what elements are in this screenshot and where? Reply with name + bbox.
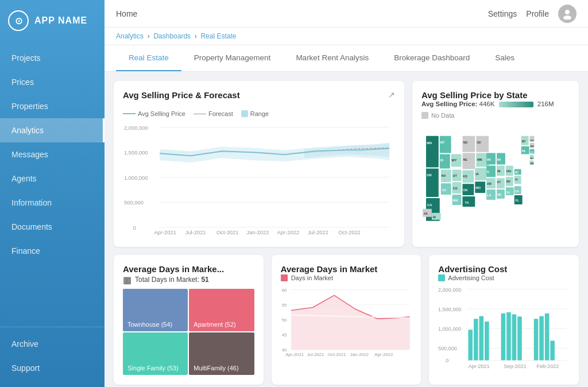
svg-text:KS: KS bbox=[463, 175, 467, 178]
svg-rect-150 bbox=[551, 340, 555, 360]
svg-text:MI: MI bbox=[497, 158, 501, 161]
svg-text:SC: SC bbox=[515, 178, 519, 181]
breadcrumb-dashboards[interactable]: Dashboards bbox=[153, 32, 191, 40]
svg-text:LA: LA bbox=[487, 194, 491, 197]
svg-text:MO: MO bbox=[475, 186, 481, 189]
logo-icon: ⊙ bbox=[8, 10, 29, 31]
svg-text:PA: PA bbox=[522, 150, 526, 153]
sidebar-item-projects[interactable]: Projects bbox=[0, 46, 105, 70]
avatar[interactable] bbox=[558, 5, 577, 23]
svg-text:IN: IN bbox=[497, 169, 501, 173]
sidebar-item-support[interactable]: Support bbox=[0, 356, 105, 380]
svg-rect-147 bbox=[534, 319, 539, 360]
svg-text:IA: IA bbox=[475, 172, 479, 176]
svg-text:2,000,000: 2,000,000 bbox=[438, 287, 461, 292]
svg-point-1 bbox=[563, 16, 571, 20]
sidebar-item-prices[interactable]: Prices bbox=[0, 70, 105, 94]
svg-text:NM: NM bbox=[453, 199, 458, 202]
svg-text:500,000: 500,000 bbox=[438, 346, 457, 351]
treemap-multifamily: MultiFamily (46) bbox=[189, 332, 254, 375]
expand-icon[interactable]: ↗ bbox=[388, 90, 395, 99]
us-map-svg: WA OR CA MT ID WY NV UT bbox=[421, 125, 570, 225]
svg-text:CA: CA bbox=[427, 203, 432, 207]
svg-text:TX: TX bbox=[465, 201, 469, 204]
svg-text:NC: NC bbox=[515, 171, 519, 174]
legend-range: Range bbox=[241, 110, 269, 117]
avg-days-treemap-card: Average Days in Marke... ▦ Total Days in… bbox=[114, 255, 264, 385]
svg-text:CT: CT bbox=[531, 151, 534, 154]
breadcrumb: Analytics › Dashboards › Real Estate bbox=[105, 28, 588, 45]
svg-rect-145 bbox=[512, 314, 517, 360]
legend-avg-selling: Avg Selling Price bbox=[123, 110, 185, 117]
svg-text:HI: HI bbox=[433, 216, 436, 219]
sidebar-item-finance[interactable]: Finance bbox=[0, 239, 105, 263]
sidebar-item-information[interactable]: Information bbox=[0, 191, 105, 215]
sidebar-item-agents[interactable]: Agents bbox=[0, 167, 105, 191]
svg-text:Apr-2022: Apr-2022 bbox=[374, 352, 393, 357]
sidebar-bottom: Archive Support bbox=[0, 327, 105, 387]
svg-text:MN: MN bbox=[477, 158, 482, 161]
svg-rect-148 bbox=[540, 316, 544, 360]
chart-legend: Avg Selling Price Forecast Range bbox=[123, 110, 395, 117]
svg-text:Apr-2021: Apr-2021 bbox=[154, 230, 176, 235]
sidebar-item-archive[interactable]: Archive bbox=[0, 332, 105, 356]
days-legend: Days in Market bbox=[281, 274, 412, 281]
app-name: APP NAME bbox=[34, 16, 87, 26]
avg-days-line-svg: 60 55 50 45 40 bbox=[281, 286, 412, 361]
svg-text:MD: MD bbox=[531, 162, 534, 165]
tab-market-rent[interactable]: Market Rent Analysis bbox=[283, 45, 381, 71]
topnav: Home Settings Profile bbox=[105, 0, 588, 28]
svg-rect-27 bbox=[440, 136, 451, 153]
svg-text:AZ: AZ bbox=[442, 188, 447, 192]
svg-text:KY: KY bbox=[497, 181, 501, 184]
sidebar-item-analytics[interactable]: Analytics bbox=[0, 118, 105, 142]
svg-rect-141 bbox=[479, 316, 484, 360]
svg-text:Jul-2022: Jul-2022 bbox=[308, 230, 328, 235]
svg-text:NJ: NJ bbox=[531, 157, 533, 160]
svg-text:MA: MA bbox=[531, 145, 534, 148]
sidebar-item-properties[interactable]: Properties bbox=[0, 94, 105, 118]
avg-days-line-card: Average Days in Market Days in Market 60… bbox=[272, 255, 421, 385]
svg-text:OR: OR bbox=[427, 173, 432, 177]
topnav-settings[interactable]: Settings bbox=[488, 9, 517, 18]
svg-text:NH: NH bbox=[531, 139, 534, 142]
map-subtitle: Avg Selling Price: 446K 216M bbox=[421, 100, 570, 107]
row-1: Avg Selling Price & Forecast ↗ Avg Selli… bbox=[114, 81, 579, 247]
main-content: Home Settings Profile Analytics › Dashbo… bbox=[105, 0, 588, 387]
svg-text:NE: NE bbox=[463, 158, 467, 161]
svg-text:ID: ID bbox=[440, 158, 444, 162]
adv-cost-title: Advertising Cost bbox=[438, 264, 507, 274]
svg-text:CO: CO bbox=[453, 187, 458, 190]
svg-text:GA: GA bbox=[515, 190, 520, 193]
tab-property-management[interactable]: Property Management bbox=[181, 45, 284, 71]
tab-brokerage[interactable]: Brokerage Dashboard bbox=[381, 45, 482, 71]
svg-text:WY: WY bbox=[452, 158, 457, 162]
svg-text:Jul-2021: Jul-2021 bbox=[185, 230, 206, 235]
svg-rect-139 bbox=[469, 330, 473, 360]
advertising-cost-card: Advertising Cost Advertising Cost 2,000,… bbox=[429, 255, 579, 385]
svg-marker-122 bbox=[291, 295, 410, 350]
svg-text:Sep-2021: Sep-2021 bbox=[504, 363, 527, 369]
svg-text:MS: MS bbox=[497, 194, 502, 196]
tab-sales[interactable]: Sales bbox=[482, 45, 527, 71]
breadcrumb-analytics[interactable]: Analytics bbox=[116, 32, 144, 40]
svg-text:1,000,000: 1,000,000 bbox=[124, 175, 148, 181]
sidebar-item-documents[interactable]: Documents bbox=[0, 215, 105, 239]
treemap-apartment: Apartment (52) bbox=[189, 289, 254, 331]
topnav-home[interactable]: Home bbox=[116, 9, 137, 18]
svg-text:55: 55 bbox=[281, 302, 287, 307]
svg-text:Apr-2021: Apr-2021 bbox=[285, 352, 304, 357]
tab-real-estate[interactable]: Real Estate bbox=[116, 45, 181, 71]
topnav-profile[interactable]: Profile bbox=[526, 9, 549, 18]
svg-text:1,500,000: 1,500,000 bbox=[124, 150, 148, 156]
topnav-left: Home bbox=[116, 9, 137, 18]
svg-rect-149 bbox=[545, 313, 550, 360]
svg-text:WI: WI bbox=[487, 158, 491, 161]
svg-text:0: 0 bbox=[446, 358, 449, 363]
svg-text:50: 50 bbox=[281, 318, 287, 323]
sidebar-item-messages[interactable]: Messages bbox=[0, 142, 105, 167]
svg-text:Jul-2021: Jul-2021 bbox=[307, 352, 324, 357]
sidebar: ⊙ APP NAME Projects Prices Properties An… bbox=[0, 0, 105, 387]
treemap-title: Average Days in Marke... bbox=[123, 264, 224, 274]
no-data-legend: No Data bbox=[421, 112, 570, 119]
